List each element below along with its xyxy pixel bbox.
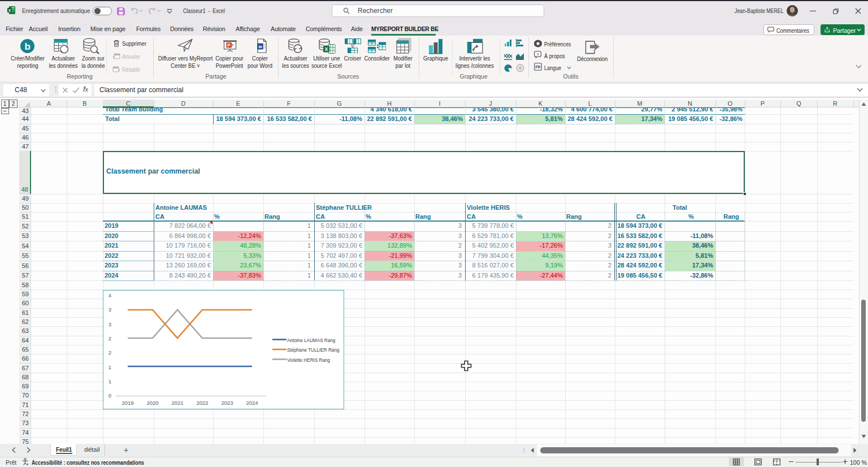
svg-text:P: P xyxy=(227,42,231,48)
svg-text:?: ? xyxy=(536,52,539,57)
svg-text:b: b xyxy=(25,41,31,52)
svg-text:w: w xyxy=(258,44,262,49)
svg-text:FR: FR xyxy=(535,65,540,69)
svg-text:X: X xyxy=(324,46,328,52)
svg-text:X: X xyxy=(8,8,11,12)
